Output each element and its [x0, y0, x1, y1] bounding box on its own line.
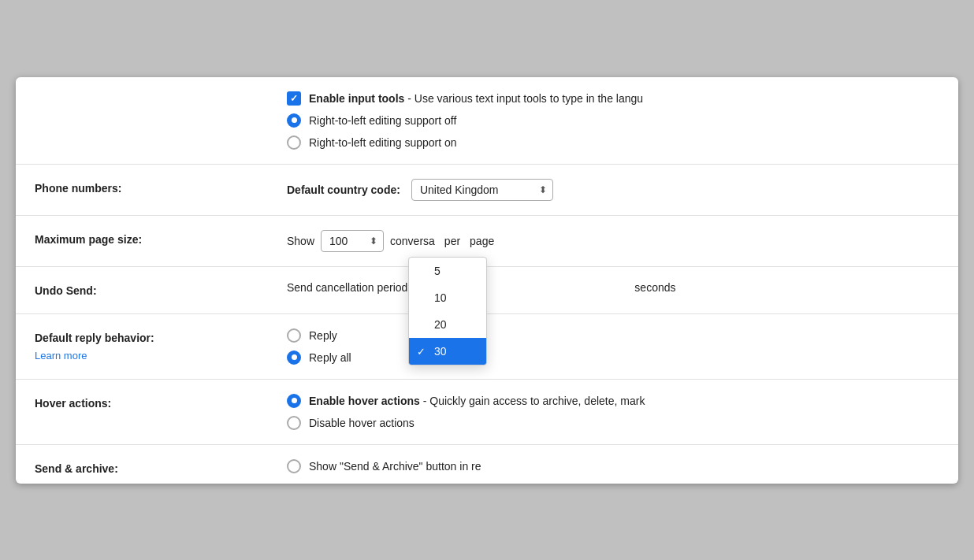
country-select-wrapper: United Kingdom United States Canada Aust… — [411, 179, 553, 201]
undo-send-row: Undo Send: Send cancellation period seco… — [16, 267, 958, 314]
send-cancellation-text: Send cancellation period — [287, 281, 407, 294]
rtl-on-label: Right-to-left editing support on — [309, 136, 457, 149]
rtl-off-radio[interactable] — [287, 113, 301, 128]
send-archive-option[interactable]: Show "Send & Archive" button in re — [287, 459, 939, 473]
rtl-off-option[interactable]: Right-to-left editing support off — [287, 113, 939, 128]
dropdown-label-30: 30 — [434, 345, 447, 358]
phone-numbers-row: Phone numbers: Default country code: Uni… — [16, 165, 958, 216]
phone-numbers-label: Phone numbers: — [35, 179, 287, 197]
dropdown-option-10[interactable]: 10 — [409, 284, 486, 311]
input-tools-label-area — [35, 91, 287, 93]
page-text: page — [470, 235, 494, 247]
country-select[interactable]: United Kingdom United States Canada Aust… — [411, 179, 553, 201]
settings-panel: Enable input tools - Use various text in… — [16, 77, 958, 484]
input-tools-row: Enable input tools - Use various text in… — [16, 77, 958, 165]
send-archive-content: Show "Send & Archive" button in re — [287, 459, 939, 473]
send-archive-row: Send & archive: Show "Send & Archive" bu… — [16, 445, 958, 484]
input-tools-content: Enable input tools - Use various text in… — [287, 91, 939, 150]
phone-numbers-content: Default country code: United Kingdom Uni… — [287, 179, 939, 201]
conversations-text: conversa — [390, 235, 435, 247]
rtl-on-radio[interactable] — [287, 135, 301, 150]
undo-send-label: Undo Send: — [35, 281, 287, 299]
rtl-on-option[interactable]: Right-to-left editing support on — [287, 135, 939, 150]
learn-more-link[interactable]: Learn more — [35, 348, 287, 364]
dropdown-option-20[interactable]: 20 — [409, 311, 486, 338]
default-reply-label: Default reply behavior: — [35, 332, 154, 344]
default-reply-row: Default reply behavior: Learn more Reply… — [16, 314, 958, 380]
page-size-select[interactable]: 5 10 20 30 50 100 200 — [321, 230, 384, 252]
dropdown-label-20: 20 — [434, 318, 447, 331]
page-size-select-wrapper: 5 10 20 30 50 100 200 ⬍ — [321, 230, 384, 252]
disable-hover-radio[interactable] — [287, 416, 301, 430]
reply-all-label: Reply all — [309, 351, 351, 364]
undo-send-row-inner: Send cancellation period seconds — [287, 281, 939, 294]
send-archive-text: Show "Send & Archive" button in re — [309, 460, 481, 473]
reply-radio[interactable] — [287, 328, 301, 343]
hover-actions-label: Hover actions: — [35, 394, 287, 412]
enable-hover-option[interactable]: Enable hover actions - Quickly gain acce… — [287, 394, 939, 408]
disable-hover-option[interactable]: Disable hover actions — [287, 416, 939, 430]
send-archive-radio[interactable] — [287, 459, 301, 473]
dropdown-option-30[interactable]: ✓ 30 — [409, 338, 486, 365]
default-reply-content: Reply Reply all — [287, 328, 939, 365]
checkmark-icon: ✓ — [417, 345, 426, 357]
dropdown-option-5[interactable]: 5 — [409, 258, 486, 284]
enable-input-tools-checkbox-row: Enable input tools - Use various text in… — [287, 91, 939, 106]
hover-actions-content: Enable hover actions - Quickly gain acce… — [287, 394, 939, 430]
send-archive-label: Send & archive: — [35, 459, 287, 477]
max-page-size-label: Maximum page size: — [35, 230, 287, 248]
seconds-text: seconds — [634, 281, 675, 294]
rtl-off-label: Right-to-left editing support off — [309, 114, 456, 127]
max-page-size-row: Maximum page size: Show 5 10 20 30 50 10… — [16, 216, 958, 267]
show-text: Show — [287, 235, 314, 247]
reply-label: Reply — [309, 329, 337, 342]
default-country-label: Default country code: — [287, 184, 400, 196]
reply-option[interactable]: Reply — [287, 328, 939, 343]
enable-hover-radio[interactable] — [287, 394, 301, 408]
max-page-size-content: Show 5 10 20 30 50 100 200 ⬍ conversa pe… — [287, 230, 939, 252]
hover-actions-row: Hover actions: Enable hover actions - Qu… — [16, 380, 958, 445]
enable-input-tools-label: Enable input tools - Use various text in… — [309, 92, 643, 105]
enable-hover-label: Enable hover actions - Quickly gain acce… — [309, 395, 645, 407]
page-size-row-inner: Show 5 10 20 30 50 100 200 ⬍ conversa pe… — [287, 230, 939, 252]
per-page-text: per — [444, 235, 460, 247]
default-reply-label-area: Default reply behavior: Learn more — [35, 328, 287, 364]
reply-all-option[interactable]: Reply all — [287, 350, 939, 365]
disable-hover-label: Disable hover actions — [309, 417, 415, 429]
reply-all-radio[interactable] — [287, 350, 301, 365]
enable-input-tools-checkbox[interactable] — [287, 91, 301, 106]
dropdown-label-10: 10 — [434, 291, 447, 304]
phone-row-inner: Default country code: United Kingdom Uni… — [287, 179, 939, 201]
dropdown-label-5: 5 — [434, 265, 441, 277]
undo-send-dropdown: 5 10 20 ✓ 30 — [408, 257, 487, 365]
undo-send-content: Send cancellation period seconds — [287, 281, 939, 294]
